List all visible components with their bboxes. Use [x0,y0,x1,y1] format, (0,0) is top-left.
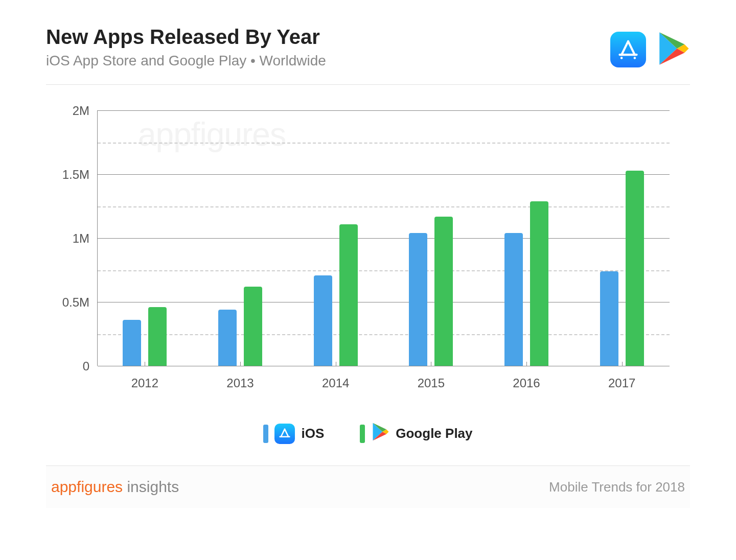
bar-ios [123,320,141,366]
appstore-icon [274,424,295,444]
svg-line-1 [628,41,635,55]
bar-gplay [244,287,262,366]
appstore-icon [610,32,646,67]
x-tick [145,362,145,366]
x-axis: 201220132014201520162017 [97,366,670,396]
bar-group [193,110,288,366]
bar-group [288,110,383,366]
footer-caption: Mobile Trends for 2018 [549,479,685,495]
x-tick [622,362,623,366]
x-tick [526,362,527,366]
y-tick-label: 1M [73,231,98,246]
svg-line-6 [285,429,288,436]
x-tick [336,362,336,366]
y-tick-label: 0 [83,359,98,374]
legend-label-ios: iOS [301,426,324,441]
y-tick-label: 1.5M [62,168,98,182]
bar-gplay [339,224,358,366]
x-tick-label: 2012 [97,366,193,396]
x-tick-label: 2013 [193,366,288,396]
chart-area: appfigures 00.5M1M1.5M2M 201220132014201… [46,85,690,412]
bar-ios [218,310,237,366]
brand-logo: appfigures insights [51,478,179,496]
svg-point-4 [634,57,636,59]
svg-line-5 [281,429,285,436]
footer: appfigures insights Mobile Trends for 20… [46,465,690,508]
svg-line-0 [622,41,628,55]
x-tick-label: 2016 [479,366,574,396]
bar-gplay [148,307,167,366]
brand-orange: appfigures [51,478,123,495]
bar-ios [314,275,332,366]
googleplay-icon [656,31,690,68]
brand-rest: insights [123,478,179,495]
bars-container [97,110,670,366]
bar-group [97,110,193,366]
x-tick-label: 2015 [383,366,479,396]
bar-gplay [530,201,548,366]
svg-point-3 [620,57,623,59]
bar-gplay [626,171,644,366]
bar-ios [504,233,523,366]
legend-swatch-ios [263,425,268,443]
legend-item-gplay: Google Play [360,422,472,445]
y-tick-label: 0.5M [62,295,98,310]
bar-gplay [434,217,453,366]
x-tick [240,362,241,366]
legend-item-ios: iOS [263,424,324,444]
chart-subtitle: iOS App Store and Google Play • Worldwid… [46,53,326,69]
bar-group [479,110,574,366]
chart-header: New Apps Released By Year iOS App Store … [46,0,690,84]
chart-legend: iOS Google Play [46,412,690,465]
x-tick-label: 2014 [288,366,383,396]
bar-group [574,110,670,366]
x-tick-label: 2017 [574,366,670,396]
bar-ios [409,233,427,366]
x-tick [431,362,431,366]
googleplay-icon [371,422,389,445]
bar-ios [600,271,618,366]
chart-title: New Apps Released By Year [46,26,326,49]
legend-swatch-gplay [360,425,365,443]
y-tick-label: 2M [73,104,98,118]
legend-label-gplay: Google Play [396,426,472,441]
bar-group [383,110,479,366]
